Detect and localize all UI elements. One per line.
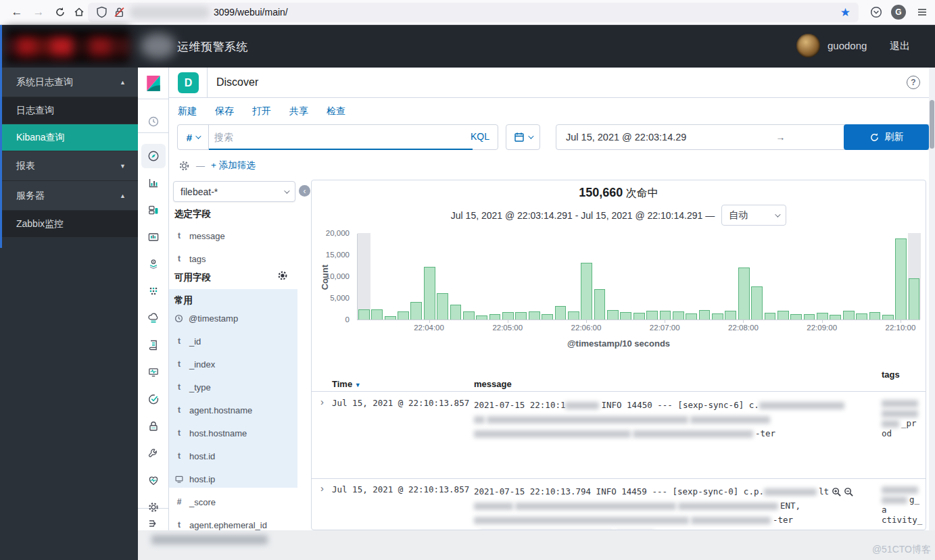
column-header-time[interactable]: Time ▼ xyxy=(332,379,361,389)
histogram-bar[interactable] xyxy=(843,311,855,320)
rail-dev-tools[interactable] xyxy=(141,441,166,465)
sidebar-item-6[interactable]: Zabbix监控 xyxy=(0,211,138,238)
url-bar[interactable]: 3099/webui/main/ ★ xyxy=(88,3,859,22)
url-text[interactable]: 3099/webui/main/ xyxy=(214,7,288,18)
rail-discover[interactable] xyxy=(141,144,166,168)
rail-canvas[interactable] xyxy=(141,225,166,249)
histogram-bar[interactable] xyxy=(660,311,671,320)
field-agent.ephemeral_id[interactable]: tagent.ephemeral_id xyxy=(174,519,267,531)
index-pattern-select[interactable]: filebeat-* xyxy=(173,181,295,202)
histogram-bar[interactable] xyxy=(830,315,841,320)
kibana-logo[interactable] xyxy=(141,72,166,96)
histogram-bar[interactable] xyxy=(529,311,540,320)
rail-metrics[interactable] xyxy=(141,306,166,330)
histogram-bar[interactable] xyxy=(371,309,383,320)
expand-row-icon[interactable]: › xyxy=(320,482,324,494)
rail-apm[interactable] xyxy=(141,360,166,384)
histogram-bar[interactable] xyxy=(502,312,514,320)
sidebar-item-5[interactable]: 服务器▲ xyxy=(0,181,138,211)
sidebar-item-4[interactable]: 报表▼ xyxy=(0,151,138,181)
histogram-bar[interactable] xyxy=(790,314,802,320)
filter-options-gear-icon[interactable] xyxy=(178,160,190,172)
histogram-bar[interactable] xyxy=(568,311,579,320)
rail-management[interactable] xyxy=(141,495,166,519)
user-avatar[interactable] xyxy=(796,34,820,57)
histogram-bar[interactable] xyxy=(633,313,645,320)
histogram-bar[interactable] xyxy=(869,312,881,320)
time-range-start[interactable]: Jul 15, 2021 @ 22:03:14.29 xyxy=(566,132,686,143)
column-header-tags[interactable]: tags xyxy=(882,370,900,380)
field-host.hostname[interactable]: thost.hostname xyxy=(174,427,247,439)
query-language-badge[interactable]: KQL xyxy=(471,131,489,142)
histogram-bar[interactable] xyxy=(555,306,567,320)
field-agent.hostname[interactable]: tagent.hostname xyxy=(174,404,252,416)
rail-maps[interactable] xyxy=(141,252,166,276)
histogram-bar[interactable] xyxy=(856,313,867,320)
column-header-message[interactable]: message xyxy=(474,379,512,389)
histogram-bar[interactable] xyxy=(410,302,422,320)
field-_id[interactable]: t_id xyxy=(174,335,201,347)
browser-home-icon[interactable] xyxy=(70,3,88,21)
toolbar-link-2[interactable]: 保存 xyxy=(215,105,234,118)
rail-visualize[interactable] xyxy=(141,171,166,195)
field-@timestamp[interactable]: @timestamp xyxy=(174,312,238,324)
fields-settings-gear-icon[interactable] xyxy=(277,270,288,281)
rail-stack-monitoring[interactable] xyxy=(141,468,166,492)
filter-out-value-icon[interactable] xyxy=(844,487,854,497)
histogram-plot[interactable] xyxy=(357,234,920,320)
lock-insecure-icon[interactable] xyxy=(114,6,125,21)
shield-icon[interactable] xyxy=(96,6,107,21)
histogram-bar[interactable] xyxy=(607,310,619,320)
histogram-bar[interactable] xyxy=(358,309,370,320)
pocket-icon[interactable] xyxy=(867,3,885,21)
collapse-fields-button[interactable]: ‹ xyxy=(299,185,310,197)
histogram-bar[interactable] xyxy=(489,314,501,320)
saved-query-menu-button[interactable]: # xyxy=(178,125,209,149)
histogram-bar[interactable] xyxy=(777,311,789,320)
browser-reload-icon[interactable] xyxy=(51,3,69,21)
histogram-bar[interactable] xyxy=(765,313,776,320)
histogram-bar[interactable] xyxy=(882,315,894,320)
rail-machine-learning[interactable] xyxy=(141,279,166,303)
rail-recently-viewed[interactable] xyxy=(141,109,166,134)
refresh-button[interactable]: 刷新 xyxy=(844,124,929,150)
field-tags[interactable]: ttags xyxy=(174,253,206,265)
histogram-bar[interactable] xyxy=(712,313,723,320)
rail-logs[interactable] xyxy=(141,333,166,357)
histogram-bar[interactable] xyxy=(673,311,684,320)
interval-select[interactable]: 自动 xyxy=(721,205,786,226)
histogram-bar[interactable] xyxy=(385,316,396,320)
histogram-bar[interactable] xyxy=(686,313,697,320)
sidebar-item-3[interactable]: Kibana查询 xyxy=(0,124,138,151)
histogram-bar[interactable] xyxy=(581,263,592,320)
field-_type[interactable]: t_type xyxy=(174,381,211,393)
help-icon[interactable]: ? xyxy=(907,76,920,89)
expand-row-icon[interactable]: › xyxy=(320,396,324,407)
histogram-bar[interactable] xyxy=(594,289,606,320)
toolbar-link-3[interactable]: 打开 xyxy=(252,105,271,118)
logout-button[interactable]: 退出 xyxy=(890,40,910,53)
histogram-bar[interactable] xyxy=(699,310,711,320)
search-input[interactable] xyxy=(214,128,458,147)
toolbar-link-5[interactable]: 检查 xyxy=(327,105,345,118)
histogram-bar[interactable] xyxy=(895,238,907,320)
scrollbar-thumb[interactable] xyxy=(930,100,934,149)
toolbar-link-1[interactable]: 新建 xyxy=(178,105,197,118)
histogram-bar[interactable] xyxy=(398,311,409,320)
histogram-bar[interactable] xyxy=(817,313,828,320)
rail-dashboard[interactable] xyxy=(141,198,166,222)
toolbar-link-4[interactable]: 共享 xyxy=(289,105,308,118)
sidebar-item-2[interactable]: 日志查询 xyxy=(0,97,138,124)
browser-back-icon[interactable]: ← xyxy=(8,3,26,21)
histogram-bar[interactable] xyxy=(620,312,631,320)
histogram-bar[interactable] xyxy=(515,312,527,320)
histogram-bar[interactable] xyxy=(909,278,920,320)
field-host.ip[interactable]: host.ip xyxy=(174,473,215,485)
date-picker-quick-menu-button[interactable] xyxy=(506,124,540,150)
vertical-scrollbar[interactable] xyxy=(929,68,935,530)
sidebar-item-1[interactable]: 系统日志查询▲ xyxy=(0,68,138,97)
histogram-bar[interactable] xyxy=(751,286,763,320)
field-host.id[interactable]: thost.id xyxy=(174,450,215,462)
histogram-bar[interactable] xyxy=(476,315,487,320)
histogram-bar[interactable] xyxy=(542,314,553,320)
